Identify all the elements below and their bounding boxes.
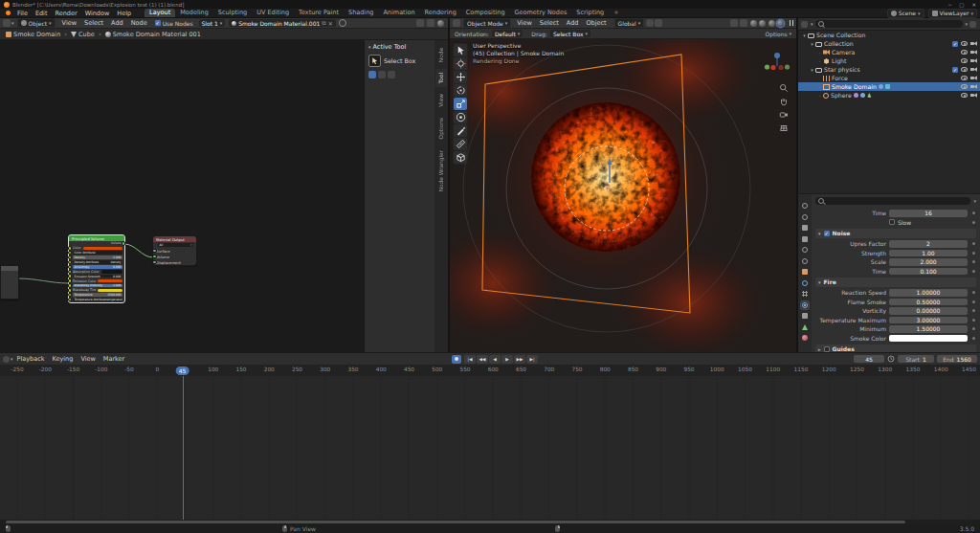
workspace-tab-layout[interactable]: Layout xyxy=(145,9,175,17)
breadcrumb-item-smoke-domain-material-001[interactable]: Smoke Domain Material 001 xyxy=(105,31,201,38)
eye-icon[interactable] xyxy=(961,67,968,72)
viewport-menu-view[interactable]: View xyxy=(513,19,535,27)
tool-move-button[interactable] xyxy=(454,71,467,83)
workspace-tab-geometry-nodes[interactable]: Geometry Nodes xyxy=(510,9,572,17)
camera-view-icon[interactable] xyxy=(779,110,789,120)
value-field[interactable]: 1.00 xyxy=(889,250,968,257)
shading-material-icon[interactable] xyxy=(768,20,775,27)
orientation-dropdown[interactable]: Default ▾ xyxy=(492,30,523,37)
slot-dropdown[interactable]: Slot 1 ▾ xyxy=(199,19,226,27)
tool-mode-set-icon[interactable] xyxy=(368,71,376,78)
editor-divider[interactable] xyxy=(796,18,798,352)
material-unlink-button[interactable]: ✕ xyxy=(328,20,333,27)
sidebar-tab-options[interactable]: Options xyxy=(435,114,447,143)
disclosure-icon[interactable]: ▾ xyxy=(809,67,815,73)
outliner-row-light[interactable]: ·Light xyxy=(798,56,980,65)
breadcrumb-item-cube[interactable]: Cube xyxy=(71,31,95,38)
jump-end-button[interactable]: ▶| xyxy=(526,355,538,364)
editor-type-icon[interactable] xyxy=(3,19,11,27)
node-value-field[interactable]: Color Attribute xyxy=(73,251,122,255)
menu-file[interactable]: File xyxy=(13,10,32,17)
maximize-button[interactable]: ▢ xyxy=(959,2,964,8)
value-field[interactable]: 1.50000 xyxy=(889,325,968,333)
keyframe-dot-icon[interactable] xyxy=(970,221,976,224)
keyframe-dot-icon[interactable] xyxy=(970,309,976,312)
scrollbar-thumb[interactable] xyxy=(6,521,905,523)
shader-node-canvas[interactable]: Principled Volume Volume ColorColor Attr… xyxy=(0,40,448,352)
workspace-tab-shading[interactable]: Shading xyxy=(344,9,378,17)
tool-scale-button[interactable] xyxy=(454,98,467,110)
properties-tab-render[interactable] xyxy=(801,213,809,221)
outliner-display-mode-icon[interactable] xyxy=(801,21,808,28)
options-dropdown[interactable]: Options ▾ xyxy=(765,31,791,37)
panel-checkbox[interactable]: ✓ xyxy=(824,231,830,236)
tool-cursor-button[interactable] xyxy=(454,57,467,70)
current-frame-badge[interactable]: 45 xyxy=(175,366,189,375)
workspace-tab-texture-paint[interactable]: Texture Paint xyxy=(294,9,344,17)
keyframe-dot-icon[interactable] xyxy=(970,327,976,330)
input-socket[interactable] xyxy=(68,298,72,301)
timeline-menu-playback[interactable]: Playback xyxy=(13,355,49,363)
value-field[interactable]: 16 xyxy=(889,210,968,217)
shading-solid-icon[interactable] xyxy=(759,20,766,27)
disclosure-icon[interactable]: ▾ xyxy=(801,33,808,38)
color-swatch[interactable] xyxy=(98,289,122,293)
pause-icon[interactable] xyxy=(790,20,794,26)
tool-add-cube-button[interactable] xyxy=(454,151,467,164)
value-field[interactable]: 3.00000 xyxy=(889,317,968,324)
workspace-tab-rendering[interactable]: Rendering xyxy=(420,9,461,17)
viewport-menu-add[interactable]: Add xyxy=(563,19,583,27)
value-field[interactable]: 1.00000 xyxy=(889,289,968,297)
eye-icon[interactable] xyxy=(961,58,968,63)
active-tool-button[interactable]: Select Box xyxy=(368,55,431,67)
end-frame-field[interactable]: End1560 xyxy=(937,355,977,363)
value-field[interactable]: 2 xyxy=(889,240,968,248)
scene-new-icon[interactable]: ▾ xyxy=(918,11,921,16)
slow-checkbox[interactable] xyxy=(889,219,895,225)
keyframe-dot-icon[interactable] xyxy=(970,252,976,255)
keyframe-dot-icon[interactable] xyxy=(970,319,976,322)
tool-mode-extend-icon[interactable] xyxy=(378,71,386,78)
workspace-tab-animation[interactable]: Animation xyxy=(378,9,419,17)
input-socket[interactable] xyxy=(152,255,157,259)
properties-options-icon[interactable]: ▾ xyxy=(973,198,976,204)
playhead[interactable] xyxy=(183,376,184,520)
node-value-field[interactable]: Temperature1500.000 xyxy=(73,293,122,297)
prev-keyframe-button[interactable]: ◀◀ xyxy=(477,355,488,364)
keyframe-dot-icon[interactable] xyxy=(970,211,976,214)
workspace-tab-compositing[interactable]: Compositing xyxy=(461,9,510,17)
eye-icon[interactable] xyxy=(961,84,968,89)
eye-icon[interactable] xyxy=(961,41,968,46)
clock-icon[interactable] xyxy=(887,355,895,363)
workspace-tab-uv-editing[interactable]: UV Editing xyxy=(252,9,294,17)
tool-select-box-button[interactable] xyxy=(454,44,467,56)
pin-icon[interactable] xyxy=(339,19,346,27)
eye-icon[interactable] xyxy=(961,50,968,55)
properties-tab-view-layer[interactable] xyxy=(801,235,809,243)
exclude-checkbox[interactable]: ✓ xyxy=(952,67,958,73)
value-field[interactable]: 0.100 xyxy=(889,268,968,276)
camera-visibility-icon[interactable] xyxy=(970,76,977,80)
timeline-menu-keying[interactable]: Keying xyxy=(49,355,78,363)
principled-volume-node[interactable]: Principled Volume Volume ColorColor Attr… xyxy=(69,235,124,302)
sidebar-tab-node[interactable]: Node xyxy=(435,44,447,66)
eye-icon[interactable] xyxy=(961,93,968,98)
value-field[interactable]: 2.000 xyxy=(889,258,968,266)
preview-icon[interactable] xyxy=(437,20,444,27)
timeline-menu-view[interactable]: View xyxy=(77,355,99,363)
camera-visibility-icon[interactable] xyxy=(970,84,977,89)
camera-visibility-icon[interactable] xyxy=(970,93,977,98)
timeline-editor-type-icon[interactable] xyxy=(3,356,10,363)
play-button[interactable]: ▶ xyxy=(501,355,513,364)
shader-menu-node[interactable]: Node xyxy=(127,19,151,27)
outliner-row-force[interactable]: Force xyxy=(798,74,980,82)
shading-wireframe-icon[interactable] xyxy=(750,20,757,27)
disclosure-icon[interactable]: · xyxy=(816,93,823,99)
exclude-checkbox[interactable]: ✓ xyxy=(952,41,958,47)
input-socket[interactable] xyxy=(152,249,157,254)
color-field[interactable] xyxy=(889,335,968,343)
partial-node[interactable] xyxy=(0,265,19,300)
transform-orientation-dropdown[interactable]: Global ▾ xyxy=(614,18,645,28)
drag-dropdown[interactable]: Select Box ▾ xyxy=(550,30,590,37)
node-value-field[interactable]: Density Attributedensity xyxy=(73,260,122,264)
